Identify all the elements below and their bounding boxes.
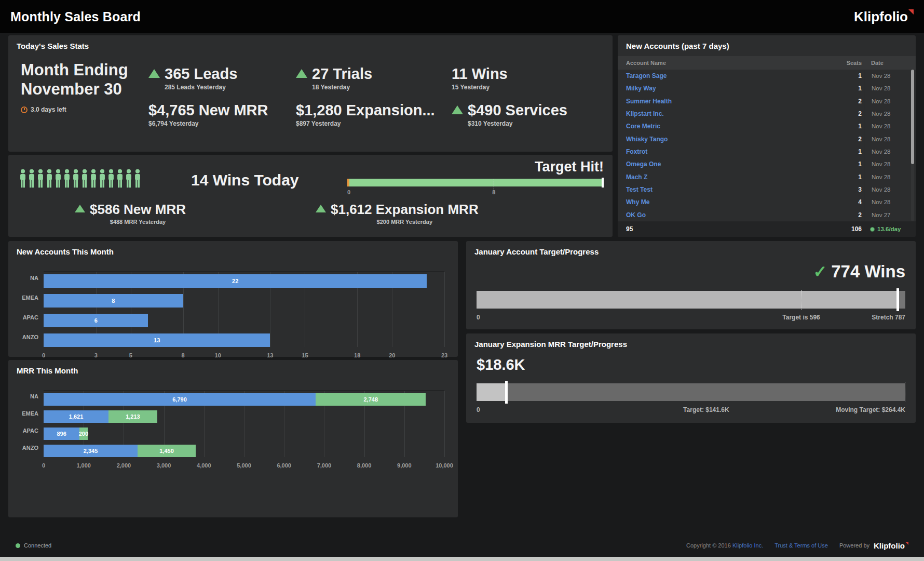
date-value: Nov 28 xyxy=(864,183,916,196)
bar-segment: 1,213 xyxy=(108,410,157,423)
stat-sub: 18 Yesterday xyxy=(312,84,372,91)
person-icon xyxy=(45,169,53,189)
gridline xyxy=(444,391,445,457)
table-row: Whisky Tango2Nov 28 xyxy=(618,133,916,145)
bar-segment: 200 xyxy=(79,428,87,440)
progress-bar xyxy=(477,383,905,401)
account-link[interactable]: Omega One xyxy=(618,161,827,168)
progress-axis: 0 Target is 596 Stretch 787 xyxy=(477,314,905,321)
category-label: EMEA xyxy=(17,291,44,304)
person-icon xyxy=(80,169,89,189)
person-icon xyxy=(72,169,80,189)
min-label: 0 xyxy=(477,406,480,413)
stat-value: $490 Services xyxy=(468,102,567,118)
x-tick-label: 7,000 xyxy=(317,462,332,469)
x-tick-label: 10,000 xyxy=(436,462,453,469)
bar-value-label: 1,213 xyxy=(126,413,140,420)
min-label: 0 xyxy=(477,314,480,321)
bar-segment: 1,621 xyxy=(44,410,108,423)
seats-value: 2 xyxy=(827,98,864,105)
stat-sub: $897 Yesterday xyxy=(296,120,435,127)
stat-value: $1,612 Expansion MRR xyxy=(331,202,479,217)
bar-segment: 13 xyxy=(44,333,270,347)
person-icon xyxy=(107,169,115,189)
bar-value-label: 896 xyxy=(57,431,66,437)
bar-track: 6 xyxy=(44,314,444,327)
trend-up-icon xyxy=(296,69,307,78)
x-tick-label: 0 xyxy=(42,462,45,469)
bar-value-label: 200 xyxy=(79,431,88,437)
stat-sub: $310 Yesterday xyxy=(468,120,567,127)
klipfolio-logo: Klipfolio xyxy=(854,9,914,25)
bar-chart-mrr: NAEMEAAPACANZO6,7902,7481,6211,213896200… xyxy=(17,390,444,470)
table-scrollbar xyxy=(911,70,914,221)
rate-dot-icon xyxy=(870,227,875,232)
bar-value-label: 2,748 xyxy=(363,396,378,403)
date-value: Nov 28 xyxy=(864,82,916,95)
x-tick-label: 10 xyxy=(215,352,221,358)
column-header-date: Date xyxy=(864,60,916,66)
stat-wins: 11 Wins15 Yesterday xyxy=(452,65,607,94)
account-link[interactable]: Milky Way xyxy=(618,85,827,92)
company-link[interactable]: Klipfolio Inc. xyxy=(732,542,763,549)
target-label: Target: $141.6K xyxy=(683,406,729,413)
scrollbar-thumb[interactable] xyxy=(911,70,914,164)
date-value: Nov 28 xyxy=(864,196,916,208)
account-link[interactable]: Core Metric xyxy=(618,123,827,130)
table-row: OK Go2Nov 27 xyxy=(618,209,916,221)
table-row: Mach Z1Nov 28 xyxy=(618,171,916,183)
person-icon xyxy=(98,169,106,189)
x-axis: 0358101315182023 xyxy=(44,352,444,359)
account-link[interactable]: Klipstart Inc. xyxy=(618,110,827,117)
column-header-seats: Seats xyxy=(827,60,864,66)
bar-value-label: 1,621 xyxy=(69,413,84,420)
x-tick-label: 2,000 xyxy=(117,462,131,469)
target-line xyxy=(801,290,802,310)
account-link[interactable]: Mach Z xyxy=(618,173,827,181)
seats-value: 3 xyxy=(827,186,864,193)
value-marker xyxy=(896,288,899,311)
bar-segment: 8 xyxy=(44,294,183,308)
terms-link[interactable]: Trust & Terms of Use xyxy=(774,542,828,549)
max-label: Moving Target: $264.4K xyxy=(836,406,905,413)
seats-value: 2 xyxy=(827,110,864,117)
category-label: NA xyxy=(17,390,44,403)
account-link[interactable]: OK Go xyxy=(618,211,827,219)
date-value: Nov 28 xyxy=(864,108,916,120)
stat-trials: 27 Trials18 Yesterday xyxy=(296,65,452,94)
progress-headline: $18.6K xyxy=(477,356,525,373)
table-row: Taragon Sage1Nov 28 xyxy=(618,70,916,82)
account-link[interactable]: Taragon Sage xyxy=(618,72,827,79)
moving-target-line xyxy=(905,382,905,402)
bar-chart-new-accounts: NAEMEAAPACANZO228613 0358101315182023 xyxy=(17,271,444,359)
bar-segment: 6 xyxy=(44,314,148,327)
gauge-start-tip xyxy=(347,179,349,186)
person-icon xyxy=(63,169,71,189)
date-value: Nov 28 xyxy=(864,133,916,145)
person-icon xyxy=(133,169,142,189)
seats-value: 1 xyxy=(827,72,864,79)
page-title: Monthly Sales Board xyxy=(10,9,141,24)
account-link[interactable]: Why Me xyxy=(618,198,827,206)
bar-value-label: 6,790 xyxy=(172,396,187,403)
account-link[interactable]: Summer Health xyxy=(618,98,827,105)
gauge-axis: 0 8 xyxy=(347,189,604,196)
x-tick-label: 3,000 xyxy=(157,462,171,469)
account-link[interactable]: Test Test xyxy=(618,186,827,193)
seats-value: 1 xyxy=(827,161,864,168)
gauge-value-marker xyxy=(602,178,604,188)
days-left-label: 3.0 days left xyxy=(31,106,66,113)
bar-value-label: 1,450 xyxy=(159,448,174,454)
account-link[interactable]: Whisky Tango xyxy=(618,136,827,143)
panel-mrr-chart: MRR This Month NAEMEAAPACANZO6,7902,7481… xyxy=(8,360,458,517)
trend-up-icon xyxy=(316,205,326,212)
x-tick-label: 20 xyxy=(389,352,395,358)
alarm-icon xyxy=(21,106,28,113)
account-link[interactable]: Foxtrot xyxy=(618,148,827,155)
bar-segment: 6,790 xyxy=(44,393,316,406)
wins-stat-new-mrr: $586 New MRR$488 MRR Yesterday xyxy=(75,202,186,225)
days-left: 3.0 days left xyxy=(21,106,66,113)
person-icon xyxy=(54,169,62,189)
gauge-target-line xyxy=(494,179,494,190)
trend-up-icon xyxy=(452,105,463,114)
